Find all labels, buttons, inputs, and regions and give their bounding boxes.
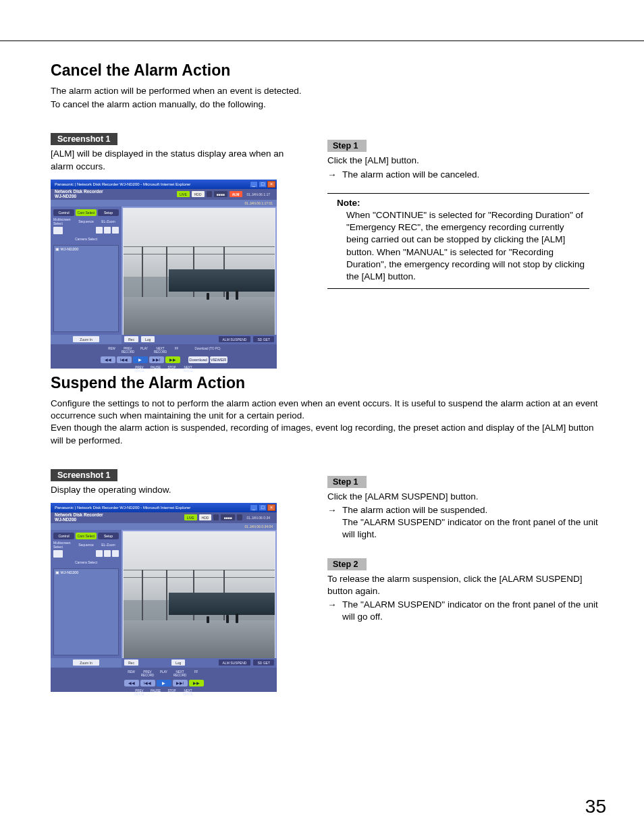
rec-button[interactable]: Rec: [124, 336, 138, 342]
log-button[interactable]: Log: [171, 659, 185, 666]
next-record-button[interactable]: ▶▶I: [149, 356, 164, 363]
zoom-x4-button[interactable]: [112, 227, 119, 234]
camera-tree[interactable]: ▣ WJ-ND200: [53, 568, 119, 655]
camera-tree[interactable]: ▣ WJ-ND200: [53, 245, 119, 332]
lbl-ff: FF: [169, 347, 184, 354]
tree-root[interactable]: ▣ WJ-ND200: [55, 247, 117, 251]
section2-step2-result: The "ALARM SUSPEND" indicator on the fro…: [342, 599, 603, 623]
sd-get-button[interactable]: SD GET: [253, 659, 274, 666]
rec-button[interactable]: Rec: [124, 659, 138, 666]
side-seq-label: Sequence: [76, 218, 97, 225]
ff-button[interactable]: ▶▶: [165, 356, 180, 363]
lbl-next-image: NEXT IMAGE: [181, 689, 196, 696]
section2-intro: Configure the settings to not to perform…: [51, 398, 603, 447]
mock-foot1: Rec Log ALM SUSPEND SD GET: [122, 335, 277, 344]
lbl-play: PLAY: [157, 670, 171, 677]
section1-step1-result-row: → The alarm action will be canceled.: [327, 169, 603, 181]
side-el-label: EL-Zoom: [98, 541, 119, 548]
lbl-play: PLAY: [137, 347, 152, 354]
section2-screenshot: Panasonic | Network Disk Recorder WJ-ND2…: [51, 503, 277, 677]
section2-screenshot-caption: Display the operating window.: [51, 484, 300, 496]
rew-button[interactable]: ◀◀: [124, 680, 139, 686]
side-camselect-tab[interactable]: Cam Select: [76, 209, 97, 216]
mock2-playback-bar: REW PREV RECORD PLAY NEXT RECORD FF ◀◀ I…: [51, 668, 277, 692]
mock-window-title: Panasonic | Network Disk Recorder WJ-ND2…: [52, 182, 249, 186]
mock-substatus: 01.JAN.06 1:17:01: [51, 200, 277, 207]
mock-sidebar: Control Cam Select Setup Multiscreen Sel…: [51, 207, 122, 335]
side-control-tab[interactable]: Control: [53, 209, 74, 216]
next-record-button[interactable]: ▶▶I: [173, 680, 188, 686]
mock2-sidebar: Control Cam Select Setup Multiscreen Sel…: [51, 530, 122, 658]
viewer-button[interactable]: VIEWER: [210, 356, 227, 363]
mock2-body: Control Cam Select Setup Multiscreen Sel…: [51, 530, 277, 658]
zoom-x4-button[interactable]: [112, 550, 119, 557]
substatus-time2: 01.JAN.06 0:34:04: [245, 524, 273, 529]
maximize-icon[interactable]: □: [259, 504, 267, 511]
lbl-stop: STOP: [165, 366, 180, 373]
prev-record-button[interactable]: I◀◀: [140, 680, 155, 686]
minimize-icon[interactable]: _: [250, 504, 258, 511]
side-multi-label: Multiscreen Select: [53, 218, 74, 225]
mock-titlebar: Panasonic | Network Disk Recorder WJ-ND2…: [51, 180, 277, 189]
side-setup-tab[interactable]: Setup: [98, 209, 119, 216]
lbl-prev-rec: PREV RECORD: [121, 347, 136, 354]
zoom-x2-button[interactable]: [104, 550, 111, 557]
multiscreen-button[interactable]: [53, 550, 63, 558]
section2-step2-result-row: → The "ALARM SUSPEND" indicator on the f…: [327, 599, 603, 623]
lbl-pause: PAUSE: [149, 366, 163, 373]
alm-button[interactable]: ALM: [230, 191, 242, 197]
alarm-suspend-button[interactable]: ALM SUSPEND: [219, 336, 251, 342]
side-setup-tab[interactable]: Setup: [98, 533, 119, 539]
side-seq-label: Sequence: [76, 541, 97, 548]
page-number: 35: [585, 796, 606, 817]
alarm-suspend-button[interactable]: ALM SUSPEND: [219, 659, 251, 666]
section2-step1-result: The alarm action will be suspended. The …: [342, 504, 603, 541]
mock-status-area: LIVE HDD ■■■■ ALM 01.JAN.06 1:17: [107, 191, 273, 197]
log-button[interactable]: Log: [141, 336, 155, 342]
side-control-tab[interactable]: Control: [53, 533, 74, 539]
status-hdd-chip: HDD: [192, 191, 205, 197]
zoom-x2-button[interactable]: [104, 227, 111, 234]
mock-header: Network Disk Recorder WJ-ND200 LIVE HDD …: [51, 189, 277, 200]
zoom-in-button[interactable]: Zoom In: [73, 336, 99, 342]
video-viewport[interactable]: [123, 531, 275, 658]
prev-record-button[interactable]: I◀◀: [117, 356, 132, 363]
sd-get-button[interactable]: SD GET: [253, 336, 274, 342]
mock2-brand-line2: WJ-ND200: [55, 517, 76, 522]
minimize-icon[interactable]: _: [250, 181, 258, 188]
download-button[interactable]: Download: [188, 356, 209, 363]
play-button[interactable]: ▶: [157, 680, 171, 686]
section2-title: Suspend the Alarm Action: [51, 374, 603, 392]
section2-columns: Screenshot 1 Display the operating windo…: [51, 468, 603, 677]
mock-brand-line2: WJ-ND200: [55, 194, 76, 198]
section2-step2-text: To release the alarm suspension, click t…: [327, 573, 603, 597]
zoom-in-button[interactable]: Zoom In: [73, 659, 99, 666]
section1-step1-result: The alarm action will be canceled.: [342, 169, 603, 181]
ff-button[interactable]: ▶▶: [189, 680, 204, 686]
lbl-rew: REW: [124, 670, 139, 677]
arrow-icon: →: [327, 504, 342, 541]
close-icon[interactable]: ×: [267, 504, 275, 511]
side-camselect-tab[interactable]: Cam Select: [76, 533, 97, 539]
tree-root[interactable]: ▣ WJ-ND200: [55, 570, 117, 574]
section1-screenshot-caption: [ALM] will be displayed in the status di…: [51, 148, 300, 172]
mock-body: Control Cam Select Setup Multiscreen Sel…: [51, 207, 277, 335]
section1-intro-line2: To cancel the alarm action manually, do …: [51, 99, 603, 111]
rew-button[interactable]: ◀◀: [101, 356, 115, 363]
lbl-prev-rec: PREV RECORD: [140, 670, 155, 677]
mock2-window-title: Panasonic | Network Disk Recorder WJ-ND2…: [52, 506, 249, 510]
multiscreen-button[interactable]: [53, 227, 63, 234]
zoom-x1-button[interactable]: [96, 227, 103, 234]
substatus-time: 01.JAN.06 1:17:01: [245, 201, 273, 205]
maximize-icon[interactable]: □: [259, 181, 267, 188]
mock2-status-area: LIVE HDD ■■■■ 01.JAN.06 0:34: [107, 514, 273, 520]
side-camera-select-label: Camera Select: [53, 560, 119, 565]
mock2-footer-row1: Zoom In Rec Log ALM SUSPEND SD GET: [51, 658, 277, 668]
zoom-x1-button[interactable]: [96, 550, 103, 557]
close-icon[interactable]: ×: [267, 181, 275, 188]
video-viewport[interactable]: [123, 208, 275, 335]
section1-title: Cancel the Alarm Action: [51, 61, 603, 80]
play-button[interactable]: ▶: [133, 356, 148, 363]
zoom-area: Zoom In: [51, 658, 122, 668]
lbl-pause: PAUSE: [149, 689, 163, 696]
